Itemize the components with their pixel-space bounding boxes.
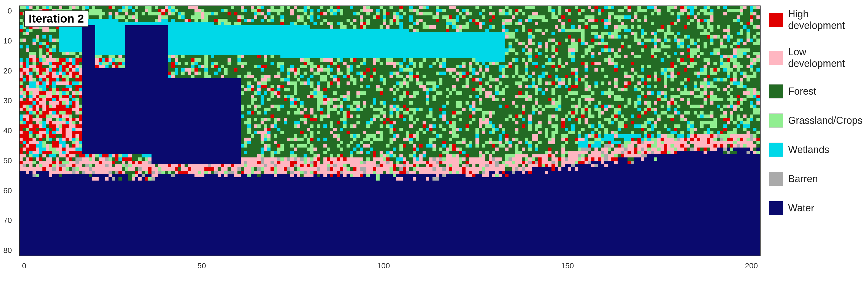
legend-label-grassland-crops: Grassland/Crops (788, 115, 863, 126)
y-tick-3: 30 (3, 96, 12, 105)
legend-item-forest: Forest (769, 84, 860, 99)
y-tick-1: 10 (3, 37, 12, 45)
legend-label-wetlands: Wetlands (788, 144, 829, 156)
main-container: Iteration 2 0 50 100 150 200 0 10 20 30 … (0, 0, 868, 289)
legend-item-water: Water (769, 201, 860, 215)
legend-label-barren: Barren (788, 173, 818, 185)
iteration-label: Iteration 2 (24, 10, 88, 27)
legend-swatch-low-development (769, 51, 783, 65)
map-canvas (19, 5, 761, 256)
legend-area: High developmentLow developmentForestGra… (761, 5, 865, 272)
y-tick-7: 70 (3, 216, 12, 225)
legend-label-forest: Forest (788, 86, 816, 97)
legend-label-high-development: High development (788, 8, 860, 31)
legend-item-high-development: High development (769, 8, 860, 31)
x-tick-1: 50 (197, 261, 206, 270)
y-tick-0: 0 (8, 7, 12, 15)
legend-label-water: Water (788, 202, 814, 214)
y-tick-6: 60 (3, 186, 12, 195)
legend-label-low-development: Low development (788, 46, 860, 69)
legend-swatch-grassland-crops (769, 114, 783, 128)
legend-swatch-forest (769, 84, 783, 99)
legend-swatch-water (769, 201, 783, 215)
y-tick-4: 40 (3, 126, 12, 135)
y-tick-2: 20 (3, 67, 12, 75)
legend-item-low-development: Low development (769, 46, 860, 69)
y-tick-8: 80 (3, 246, 12, 255)
legend-item-wetlands: Wetlands (769, 142, 860, 157)
legend-swatch-wetlands (769, 142, 783, 157)
x-tick-3: 150 (561, 261, 574, 270)
x-tick-0: 0 (22, 261, 26, 270)
legend-item-grassland-crops: Grassland/Crops (769, 114, 860, 128)
x-tick-2: 100 (377, 261, 390, 270)
legend-swatch-high-development (769, 13, 783, 27)
y-tick-5: 50 (3, 156, 12, 165)
legend-swatch-barren (769, 172, 783, 186)
legend-item-barren: Barren (769, 172, 860, 186)
map-wrapper: Iteration 2 0 50 100 150 200 0 10 20 30 … (19, 5, 761, 256)
x-tick-4: 200 (745, 261, 758, 270)
